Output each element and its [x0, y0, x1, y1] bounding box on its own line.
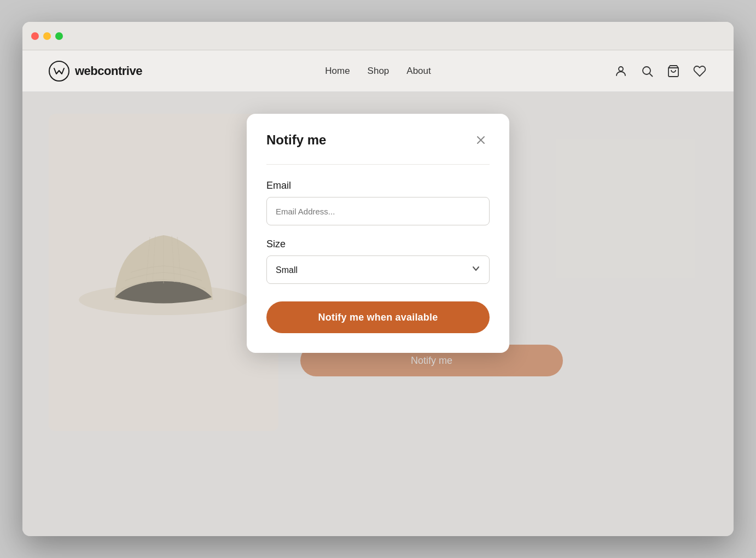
nav-icons [488, 63, 707, 79]
maximize-button[interactable] [55, 32, 63, 40]
email-input[interactable] [266, 197, 490, 225]
account-icon[interactable] [613, 63, 629, 79]
logo-icon [49, 61, 69, 82]
nav-home[interactable]: Home [325, 66, 350, 77]
main-content: out Notify me Notify me [22, 92, 734, 536]
svg-point-1 [619, 67, 623, 71]
modal-header: Notify me [266, 131, 490, 149]
minimize-button[interactable] [43, 32, 51, 40]
modal-title: Notify me [266, 132, 326, 148]
logo-text: webcontrive [75, 64, 142, 78]
modal-close-button[interactable] [472, 131, 490, 149]
logo-area: webcontrive [49, 61, 268, 82]
nav-links: Home Shop About [268, 66, 487, 77]
traffic-lights [31, 32, 63, 40]
email-label: Email [266, 180, 490, 191]
svg-point-2 [643, 67, 650, 74]
nav-shop[interactable]: Shop [368, 66, 389, 77]
wishlist-icon[interactable] [692, 63, 707, 79]
cart-icon[interactable] [666, 63, 681, 79]
modal-overlay: Notify me Email Size [22, 92, 734, 536]
navbar: webcontrive Home Shop About [22, 50, 734, 92]
svg-line-3 [649, 73, 653, 77]
size-select-wrapper: Small Medium Large X-Large [266, 255, 490, 284]
close-button[interactable] [31, 32, 39, 40]
nav-about[interactable]: About [406, 66, 431, 77]
browser-content: webcontrive Home Shop About [22, 50, 734, 536]
title-bar [22, 22, 734, 50]
size-label: Size [266, 239, 490, 250]
notify-submit-button[interactable]: Notify me when available [266, 301, 490, 333]
size-select[interactable]: Small Medium Large X-Large [266, 255, 490, 284]
browser-window: webcontrive Home Shop About [22, 22, 734, 536]
search-icon[interactable] [639, 63, 655, 79]
modal-divider [266, 164, 490, 165]
notify-modal: Notify me Email Size [247, 114, 509, 353]
